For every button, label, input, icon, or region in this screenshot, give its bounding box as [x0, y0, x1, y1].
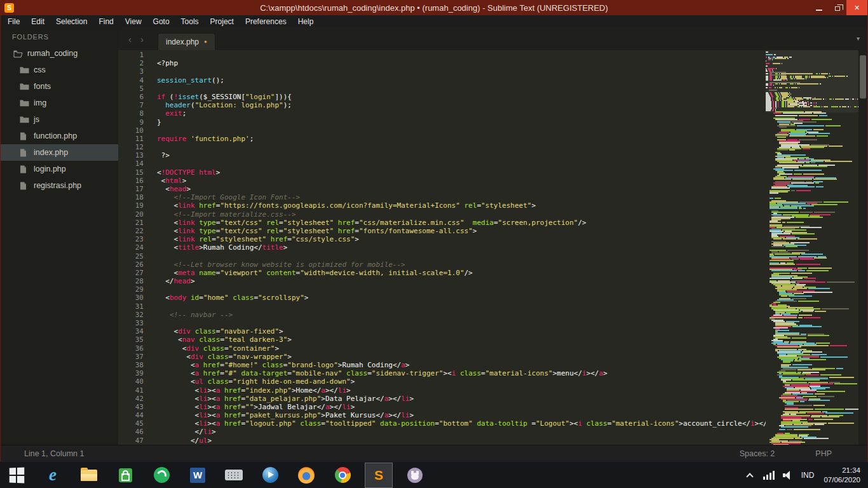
- taskbar-start-button[interactable]: [3, 463, 31, 488]
- code-line[interactable]: 24 <title>Rumah Coding</title>: [118, 243, 766, 252]
- tray-expand-icon[interactable]: [746, 471, 754, 479]
- code-line[interactable]: 26 <!--Let browser know website is optim…: [118, 261, 766, 269]
- taskbar-shareit[interactable]: [147, 463, 175, 488]
- tab-index-php[interactable]: index.php ●: [158, 33, 215, 50]
- code-line[interactable]: 28 </head>: [118, 277, 766, 285]
- minimap[interactable]: [766, 50, 858, 445]
- code-line[interactable]: 38 <a href="#home!" class="brand-logo">R…: [118, 361, 766, 369]
- code-line[interactable]: 27 <meta name="viewport" content="width=…: [118, 269, 766, 277]
- taskbar-green-app-store[interactable]: [111, 463, 139, 488]
- code-line[interactable]: 1: [118, 51, 766, 59]
- menu-project[interactable]: Project: [205, 15, 240, 27]
- code-line[interactable]: 39 <a href="#" data-target="mobile-nav" …: [118, 369, 766, 377]
- volume-icon[interactable]: [783, 471, 793, 480]
- code-line[interactable]: 29: [118, 285, 766, 294]
- menu-selection[interactable]: Selection: [50, 15, 93, 27]
- sidebar-item-js[interactable]: js: [1, 111, 118, 128]
- code-area[interactable]: 12<?php34session_start();56if (!isset($_…: [118, 50, 766, 445]
- code-line[interactable]: 40 <ul class="right hide-on-med-and-down…: [118, 377, 766, 386]
- tab-overflow-icon[interactable]: ▾: [857, 35, 860, 42]
- code-line[interactable]: 21 <link type="text/css" rel="stylesheet…: [118, 219, 766, 227]
- sidebar-item-fonts[interactable]: fonts: [1, 78, 118, 95]
- code-line[interactable]: 37 <div class="nav-wrapper">: [118, 353, 766, 361]
- nav-forward-icon[interactable]: ›: [140, 34, 144, 44]
- taskbar-sublime-text[interactable]: S: [365, 463, 393, 488]
- vertical-scrollbar[interactable]: [858, 50, 867, 445]
- code-line[interactable]: 44 <li><a href="paket_kursus.php">Paket …: [118, 411, 766, 419]
- taskbar-word[interactable]: W: [184, 463, 212, 488]
- code-line[interactable]: 13 ?>: [118, 151, 766, 159]
- code-line[interactable]: 42 <li><a href="data_pelajar.php">Data P…: [118, 395, 766, 403]
- clock[interactable]: 21:34 07/06/2020: [824, 466, 860, 485]
- code-line[interactable]: 22 <link type="text/css" rel="stylesheet…: [118, 227, 766, 235]
- code-line[interactable]: 41 <li><a href="index.php">Home</a></li>: [118, 386, 766, 395]
- sidebar-item-img[interactable]: img: [1, 95, 118, 111]
- code-line[interactable]: 7 header("Location: login.php");: [118, 101, 766, 109]
- menu-tools[interactable]: Tools: [175, 15, 205, 27]
- code-line[interactable]: 31: [118, 302, 766, 311]
- language-indicator[interactable]: IND: [801, 471, 815, 480]
- code-line[interactable]: 12: [118, 143, 766, 151]
- close-button[interactable]: ×: [846, 0, 867, 15]
- menu-find[interactable]: Find: [93, 15, 119, 27]
- taskbar-firefox[interactable]: [292, 463, 320, 488]
- statusbar: Line 1, Column 1 Spaces: 2 PHP: [1, 445, 867, 462]
- code-text: [144, 319, 157, 327]
- menu-help[interactable]: Help: [292, 15, 320, 27]
- code-line[interactable]: 11require 'function.php';: [118, 135, 766, 143]
- sidebar-item-registrasi-php[interactable]: registrasi.php: [1, 177, 118, 194]
- code-line[interactable]: 17 <head>: [118, 185, 766, 193]
- code-line[interactable]: 6if (!isset($_SESSION["login"])){: [118, 93, 766, 101]
- minimize-button[interactable]: [810, 0, 828, 15]
- code-line[interactable]: 30 <body id="home" class="scrollspy">: [118, 294, 766, 302]
- taskbar-file-explorer[interactable]: [75, 463, 103, 488]
- code-line[interactable]: 5: [118, 85, 766, 93]
- code-line[interactable]: 16 <html>: [118, 177, 766, 185]
- code-line[interactable]: 9}: [118, 118, 766, 126]
- menu-preferences[interactable]: Preferences: [240, 15, 292, 27]
- code-line[interactable]: 20 <!--Import materialize.css-->: [118, 210, 766, 219]
- sidebar-item-rumah_coding[interactable]: rumah_coding: [1, 45, 118, 62]
- sidebar-item-index-php[interactable]: index.php: [1, 144, 118, 161]
- code-line[interactable]: 33: [118, 319, 766, 327]
- code-line[interactable]: 45 <li><a href="logout.php" class="toolt…: [118, 419, 766, 428]
- sidebar-item-login-php[interactable]: login.php: [1, 161, 118, 177]
- network-icon[interactable]: [763, 471, 775, 480]
- indent-setting[interactable]: Spaces: 2: [740, 449, 775, 458]
- menu-file[interactable]: File: [2, 15, 25, 27]
- menu-edit[interactable]: Edit: [25, 15, 50, 27]
- taskbar-on-screen-keyboard[interactable]: [220, 463, 248, 488]
- code-line[interactable]: 4session_start();: [118, 76, 766, 85]
- code-line[interactable]: 18 <!--Import Google Icon Font-->: [118, 193, 766, 201]
- sidebar-item-function-php[interactable]: function.php: [1, 128, 118, 144]
- syntax-setting[interactable]: PHP: [815, 449, 832, 458]
- code-line[interactable]: 8 exit;: [118, 109, 766, 118]
- minimap-viewport[interactable]: [766, 50, 858, 112]
- sidebar-item-css[interactable]: css: [1, 62, 118, 78]
- code-line[interactable]: 19 <link href="https://fonts.googleapis.…: [118, 201, 766, 210]
- code-line[interactable]: 47 </ul>: [118, 437, 766, 445]
- code-line[interactable]: 32 <!-- navbar -->: [118, 311, 766, 319]
- menu-view[interactable]: View: [119, 15, 147, 27]
- code-line[interactable]: 25: [118, 252, 766, 261]
- code-line[interactable]: 10: [118, 126, 766, 135]
- code-line[interactable]: 46 </li>: [118, 428, 766, 436]
- nav-back-icon[interactable]: ‹: [128, 34, 132, 44]
- code-line[interactable]: 2<?php: [118, 59, 766, 67]
- menu-goto[interactable]: Goto: [147, 15, 175, 27]
- code-line[interactable]: 14: [118, 159, 766, 168]
- maximize-button[interactable]: [828, 0, 846, 15]
- code-line[interactable]: 43 <li><a href="">Jadwal Belajar</a></li…: [118, 403, 766, 411]
- taskbar-github-desktop[interactable]: [401, 463, 429, 488]
- taskbar-chrome[interactable]: [329, 463, 356, 488]
- code-line[interactable]: 36 <div class="container">: [118, 344, 766, 353]
- code-line[interactable]: 23 <link rel="stylesheet" href="css/styl…: [118, 235, 766, 243]
- taskbar-internet-explorer[interactable]: e: [39, 463, 67, 488]
- code-line[interactable]: 35 <nav class="teal darken-3">: [118, 336, 766, 344]
- code-line[interactable]: 15<!DOCTYPE html>: [118, 168, 766, 177]
- scrollbar-thumb[interactable]: [860, 55, 866, 98]
- code-line[interactable]: 34 <div class="navbar-fixed">: [118, 327, 766, 336]
- taskbar-media-player[interactable]: [256, 463, 284, 488]
- code-text: [144, 302, 157, 311]
- code-line[interactable]: 3: [118, 67, 766, 76]
